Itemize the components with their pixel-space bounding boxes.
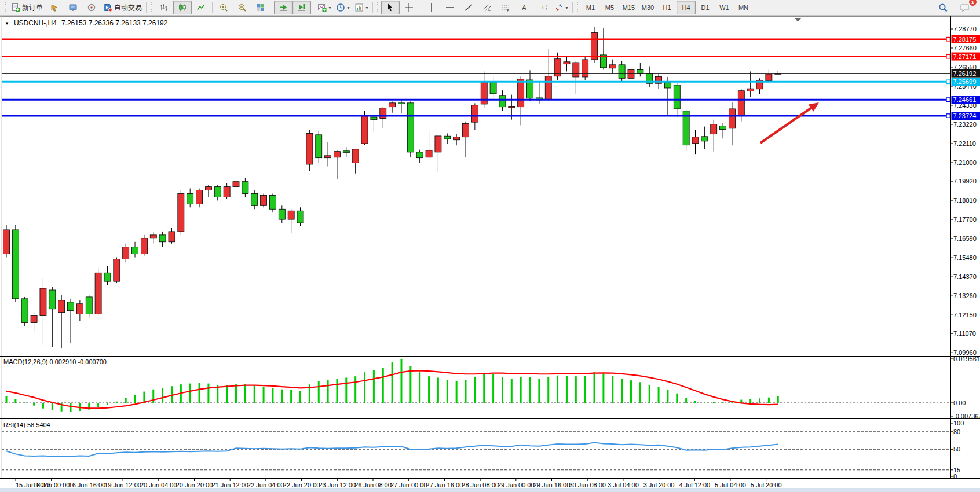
timeframe-M5[interactable]: M5	[600, 1, 619, 14]
chart-shift-button[interactable]	[292, 1, 311, 14]
rsi-name: RSI(14)	[3, 421, 25, 428]
chart-canvas[interactable]: 7.287707.276607.265507.254407.243307.232…	[0, 16, 980, 492]
macd-axis-label: 0.00	[953, 399, 966, 406]
time-tick-label: 23 Jun 12:00	[319, 482, 356, 489]
time-tick-label: 4 Jul 12:00	[679, 482, 710, 489]
timeframe-H4[interactable]: H4	[677, 1, 696, 14]
vertical-line-tool[interactable]	[422, 1, 441, 14]
candle	[343, 151, 349, 153]
add-indicator-button[interactable]: ▾	[315, 1, 334, 14]
line-handle[interactable]	[946, 98, 950, 101]
candle	[490, 82, 496, 94]
chart-type-line-button[interactable]	[192, 1, 210, 14]
depth-of-market-button[interactable]	[64, 1, 82, 14]
candle	[454, 137, 460, 140]
search-button[interactable]	[934, 1, 952, 14]
zoom-out-button[interactable]	[233, 1, 251, 14]
timeframe-M30[interactable]: M30	[638, 1, 657, 14]
candle	[261, 195, 267, 205]
arrows-tool[interactable]: ▾	[552, 1, 571, 14]
text-label-icon: T	[538, 3, 547, 12]
candle	[463, 124, 469, 137]
candle	[582, 60, 588, 77]
fibonacci-tool[interactable]: F	[496, 1, 515, 14]
templates-button[interactable]: ▾	[352, 1, 371, 14]
candle	[609, 65, 616, 68]
horizontal-line-tool[interactable]	[441, 1, 459, 14]
window-menu-icon[interactable]: ▼	[5, 21, 9, 26]
candle	[371, 117, 377, 120]
notifications-button[interactable]: 1	[956, 1, 974, 14]
time-tick-label: 28 Jun 08:00	[462, 482, 499, 489]
zoom-in-button[interactable]	[214, 1, 233, 14]
candle	[123, 247, 129, 259]
macd-name: MACD(12,26,9)	[3, 358, 47, 365]
candle	[224, 187, 230, 197]
quick-trade-button[interactable]	[45, 1, 64, 14]
price-tick-label: 7.11070	[953, 330, 976, 337]
timeframe-D1[interactable]: D1	[696, 1, 715, 14]
candle	[518, 79, 524, 107]
line-handle[interactable]	[946, 37, 950, 41]
ohlc-values: 7.26153 7.26336 7.26133 7.26192	[61, 19, 168, 27]
candle	[251, 194, 258, 206]
line-chart-icon	[196, 3, 206, 12]
chevron-down-icon: ▾	[347, 5, 349, 10]
time-tick-label: 29 Jun 00:00	[498, 482, 535, 489]
timeframe-M15[interactable]: M15	[619, 1, 638, 14]
candle	[499, 96, 506, 107]
timeframe-MN[interactable]: MN	[734, 1, 753, 14]
chart-type-bars-button[interactable]	[155, 1, 173, 14]
symbol-period-label: USDCNH-,H4	[14, 19, 57, 27]
candle	[573, 63, 579, 77]
text-label-tool[interactable]: T	[533, 1, 552, 14]
timeframe-M1[interactable]: M1	[581, 1, 600, 14]
toolbar: 新订单 自动交易 ▾ ▾ ▾ E F A T ▾ M1M5M15M30H1H4D…	[0, 0, 980, 16]
new-order-button[interactable]: 新订单	[9, 1, 45, 14]
candle	[426, 150, 432, 157]
auto-scroll-button[interactable]	[274, 1, 292, 14]
time-tick-label: 3 Jul 20:00	[643, 482, 675, 489]
horizontal-line-icon	[445, 3, 455, 12]
periods-button[interactable]: ▾	[334, 1, 352, 14]
text-tool[interactable]: A	[515, 1, 533, 14]
auto-scroll-icon	[279, 3, 288, 12]
candle	[509, 106, 515, 107]
candle	[178, 194, 184, 232]
trendline-tool[interactable]	[459, 1, 478, 14]
candle	[389, 103, 396, 107]
tile-windows-button[interactable]	[251, 1, 270, 14]
line-handle[interactable]	[946, 54, 950, 58]
arrows-icon	[554, 3, 564, 12]
candle	[766, 74, 772, 81]
macd-signal-value: -0.000700	[78, 358, 107, 365]
cursor-icon	[386, 3, 395, 12]
equidistant-channel-tool[interactable]: E	[478, 1, 496, 14]
crosshair-tool-button[interactable]	[400, 1, 418, 14]
cursor-tool-button[interactable]	[381, 1, 400, 14]
timeframe-H1[interactable]: H1	[657, 1, 677, 14]
time-tick-label: 30 Jun 08:00	[569, 482, 606, 489]
auto-trading-button[interactable]: 自动交易	[101, 1, 144, 14]
candle	[416, 152, 423, 158]
pointer-icon	[50, 3, 59, 12]
time-tick-label: 27 Jun 00:00	[390, 482, 427, 489]
line-handle[interactable]	[946, 80, 950, 83]
webinar-button[interactable]	[82, 1, 101, 14]
price-tick-label: 7.15480	[953, 254, 977, 261]
candle	[169, 232, 175, 242]
candle	[3, 230, 10, 254]
chart-type-candles-button[interactable]	[173, 1, 192, 14]
time-tick-label: 5 Jul 20:00	[751, 482, 782, 489]
candle	[554, 59, 561, 76]
timeframe-W1[interactable]: W1	[715, 1, 734, 14]
candle	[729, 109, 735, 128]
candle	[21, 299, 28, 323]
time-tick-label: 20 Jun 20:00	[176, 482, 213, 489]
candle	[269, 195, 276, 209]
line-handle[interactable]	[946, 114, 950, 118]
time-tick-label: 27 Jun 16:00	[426, 482, 463, 489]
crosshair-icon	[404, 3, 414, 12]
template-icon	[354, 3, 364, 12]
rsi-axis-label: 50	[953, 446, 960, 453]
